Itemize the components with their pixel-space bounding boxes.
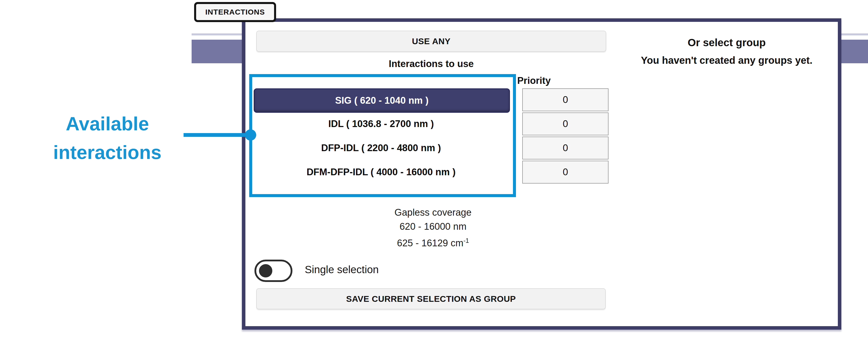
annotation-connector-dot	[245, 129, 256, 141]
group-section-empty-message: You haven't created any groups yet.	[614, 55, 840, 66]
available-interactions-box: SIG ( 620 - 1040 nm )IDL ( 1036.8 - 2700…	[249, 74, 516, 197]
save-selection-as-group-button[interactable]: SAVE CURRENT SELECTION AS GROUP	[256, 288, 606, 309]
interaction-item-sig[interactable]: SIG ( 620 - 1040 nm )	[254, 89, 510, 113]
annotation-line2: interactions	[22, 138, 193, 167]
interaction-item-dfm-dfp-idl[interactable]: DFM-DFP-IDL ( 4000 - 16000 nm )	[254, 161, 508, 183]
single-selection-label: Single selection	[305, 264, 379, 276]
priority-input-dfp-idl[interactable]	[522, 137, 609, 160]
priority-label: Priority	[517, 75, 551, 86]
use-any-button[interactable]: USE ANY	[256, 31, 606, 52]
gapless-coverage-text: Gapless coverage 620 - 16000 nm 625 - 16…	[307, 205, 559, 250]
coverage-line-wavenumber: 625 - 16129 cm-1	[307, 234, 559, 250]
annotation-line1: Available	[22, 109, 193, 138]
group-section-title: Or select group	[614, 37, 840, 49]
screenshot-canvas: INTERACTIONS USE ANY Interactions to use…	[0, 0, 868, 349]
coverage-line-title: Gapless coverage	[307, 205, 559, 219]
priority-input-sig[interactable]	[522, 89, 609, 111]
priority-input-idl[interactable]	[522, 112, 609, 135]
tab-interactions[interactable]: INTERACTIONS	[194, 2, 276, 22]
priority-input-dfm-dfp-idl[interactable]	[522, 161, 609, 183]
annotation-available-interactions: Available interactions	[22, 109, 193, 167]
interaction-item-idl[interactable]: IDL ( 1036.8 - 2700 nm )	[254, 112, 508, 135]
interactions-to-use-label: Interactions to use	[256, 59, 606, 69]
group-section: Or select group You haven't created any …	[614, 37, 840, 66]
coverage-line-nm: 620 - 16000 nm	[307, 219, 559, 234]
toggle-knob-icon	[259, 264, 272, 277]
interaction-item-dfp-idl[interactable]: DFP-IDL ( 2200 - 4800 nm )	[254, 137, 508, 160]
single-selection-toggle[interactable]	[254, 259, 292, 282]
annotation-connector-line	[184, 133, 250, 137]
